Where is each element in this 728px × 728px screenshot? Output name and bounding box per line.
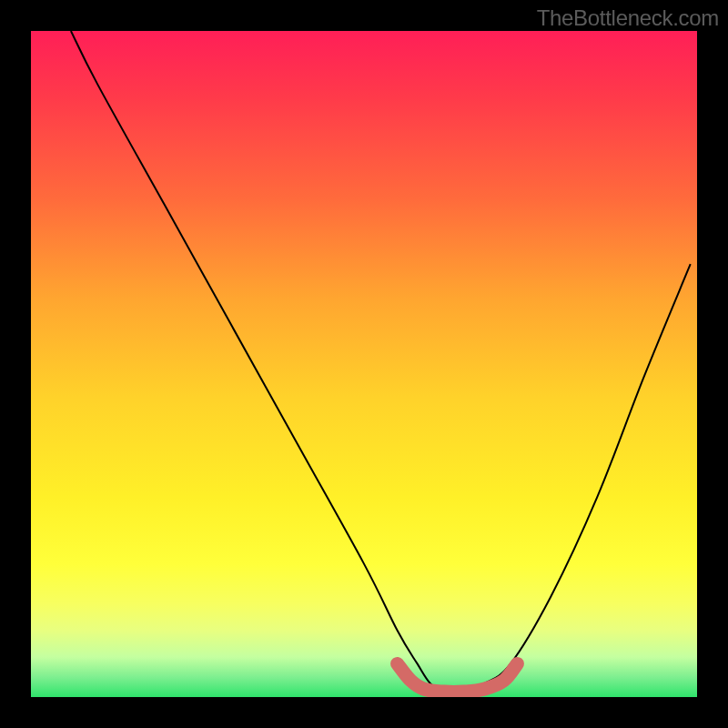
highlighted-minimum <box>398 663 518 692</box>
bottleneck-curve <box>71 31 691 692</box>
chart-frame: TheBottleneck.com <box>0 0 728 728</box>
plot-area <box>31 31 697 697</box>
chart-svg <box>31 31 697 697</box>
watermark-text: TheBottleneck.com <box>537 5 719 31</box>
